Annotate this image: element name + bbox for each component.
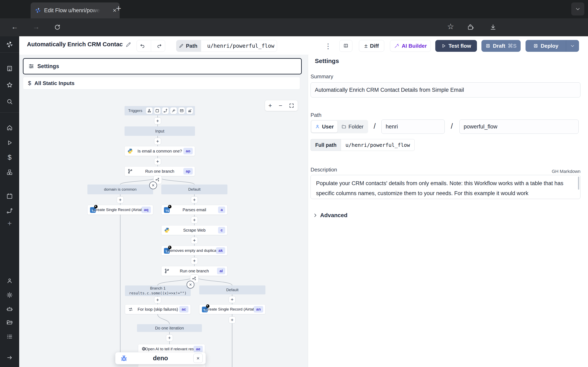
zoom-in-button[interactable]: +: [268, 102, 272, 109]
zoom-out-button[interactable]: −: [279, 102, 282, 109]
sidebar-item-routes[interactable]: [0, 207, 19, 215]
branch-default[interactable]: Default: [161, 184, 227, 194]
sidebar-item-workspace[interactable]: [0, 64, 19, 73]
edit-title-pencil-icon[interactable]: [125, 42, 131, 49]
flow-node-parses-email[interactable]: TS Parses email a: [161, 205, 227, 215]
deno-tooltip-card[interactable]: deno ×: [115, 352, 206, 364]
branch-label: Default: [226, 288, 238, 292]
sidebar-item-users[interactable]: [0, 277, 19, 285]
sidebar-item-variables[interactable]: $: [0, 153, 19, 161]
flow-node-partial[interactable]: [138, 364, 205, 367]
sidebar-item-search[interactable]: [0, 98, 19, 106]
sidebar-item-home[interactable]: [0, 124, 19, 132]
tab-title: Edit Flow u/henri/powerful_flo: [44, 7, 100, 14]
triggers-node[interactable]: Triggers: [125, 106, 195, 115]
insert-step-button[interactable]: +: [154, 158, 161, 165]
insert-step-button[interactable]: +: [229, 317, 236, 323]
advanced-section-toggle[interactable]: Advanced: [313, 212, 347, 218]
extensions-puzzle-icon[interactable]: [467, 24, 474, 32]
ai-builder-button[interactable]: AI Builder: [390, 40, 431, 52]
more-options-kebab-icon[interactable]: ⋮: [325, 42, 332, 50]
summary-input[interactable]: [311, 82, 580, 98]
deploy-dropdown-button[interactable]: [566, 44, 579, 48]
insert-step-button[interactable]: +: [191, 196, 198, 203]
insert-step-button[interactable]: +: [166, 334, 173, 341]
redo-button[interactable]: [153, 40, 165, 52]
docs-book-button[interactable]: [339, 40, 352, 52]
input-node[interactable]: Input: [125, 126, 195, 136]
new-tab-button[interactable]: +: [116, 3, 121, 13]
flow-node-for-loop[interactable]: For loop (skip failures) ac: [125, 304, 191, 314]
folder-toggle-option[interactable]: Folder: [338, 121, 367, 133]
test-flow-button[interactable]: Test flow: [435, 40, 477, 52]
bookmark-star-icon[interactable]: ☆: [447, 22, 454, 31]
branch-domain-is-common[interactable]: domain is common: [87, 184, 153, 194]
flow-node-removes-empty-duplicates[interactable]: TS Removes empty and duplicates ak: [161, 246, 227, 256]
description-scrollbar[interactable]: [578, 176, 579, 190]
forward-icon[interactable]: →: [33, 23, 40, 31]
diff-button[interactable]: ± Diff: [359, 40, 384, 52]
path-name-input[interactable]: [459, 119, 579, 134]
sidebar-item-settings[interactable]: [0, 291, 19, 299]
insert-step-button[interactable]: +: [191, 217, 198, 224]
route-trigger-icon[interactable]: [162, 108, 169, 114]
insert-step-button[interactable]: +: [191, 237, 198, 244]
tooltip-close-button[interactable]: ×: [193, 354, 203, 363]
deploy-button-main[interactable]: Deploy: [526, 43, 566, 49]
branch-label: Branch 1: [150, 286, 165, 291]
flow-title[interactable]: Automatically Enrich CRM Contact: [27, 41, 123, 48]
description-textarea[interactable]: Populate your CRM contacts' details from…: [311, 175, 580, 199]
insert-step-button[interactable]: +: [154, 117, 161, 124]
path-button[interactable]: Path u/henri/powerful_flow: [176, 40, 277, 52]
insert-step-button[interactable]: +: [191, 257, 198, 264]
branch-default-2[interactable]: Default: [199, 285, 265, 294]
insert-step-button[interactable]: +: [154, 296, 161, 303]
sidebar-expand-arrow[interactable]: [0, 354, 19, 362]
user-toggle-option[interactable]: User: [311, 121, 337, 133]
download-icon[interactable]: [490, 24, 497, 32]
sidebar-divider: [0, 112, 19, 113]
browser-tab[interactable]: Edit Flow u/henri/powerful_flo ×: [31, 2, 120, 18]
reload-icon[interactable]: [53, 24, 61, 33]
sidebar-item-resources[interactable]: [0, 168, 19, 176]
email-trigger-icon[interactable]: [178, 108, 185, 114]
sidebar-item-runs[interactable]: [0, 139, 19, 147]
do-one-iteration-node[interactable]: Do one iteration: [137, 324, 202, 332]
node-id-badge: ak: [216, 247, 225, 254]
flow-node-is-email-common[interactable]: Is email a common one? ao: [125, 146, 195, 156]
flow-node-create-record-airtable[interactable]: TS Create Single Record (Airtable) aq: [87, 205, 153, 215]
fit-view-button[interactable]: [289, 103, 294, 108]
webhook-trigger-icon[interactable]: [146, 108, 153, 114]
sidebar-item-add[interactable]: +: [0, 219, 19, 227]
sidebar-item-favorites[interactable]: [0, 81, 19, 89]
static-inputs-label: All Static Inputs: [35, 80, 75, 86]
back-icon[interactable]: ←: [11, 23, 18, 31]
path-owner-input[interactable]: [381, 119, 445, 134]
deploy-button[interactable]: Deploy: [526, 40, 579, 52]
undo-button[interactable]: [137, 40, 148, 52]
websocket-trigger-icon[interactable]: [170, 108, 177, 114]
remove-branch-button[interactable]: ×: [187, 281, 194, 289]
magic-wand-icon: [394, 43, 399, 49]
sidebar-item-schedules[interactable]: [0, 192, 19, 200]
branch-1[interactable]: Branch 1 results.c.some((x)=>x!=""): [125, 285, 191, 296]
all-static-inputs-item[interactable]: $ All Static Inputs: [23, 77, 300, 90]
windmill-logo[interactable]: [0, 40, 19, 49]
sidebar-item-folders[interactable]: [0, 318, 19, 326]
flow-node-run-one-branch[interactable]: Run one branch ap: [125, 166, 195, 176]
sidebar-item-workers[interactable]: [0, 305, 19, 313]
poll-trigger-icon[interactable]: [186, 108, 193, 114]
sidebar-item-logs[interactable]: [0, 333, 19, 341]
schedule-trigger-icon[interactable]: [154, 108, 161, 114]
flow-node-scrape-web[interactable]: Scrape Web c: [161, 225, 227, 235]
node-id-badge: ac: [179, 306, 189, 313]
insert-step-button[interactable]: +: [229, 296, 236, 303]
insert-step-button[interactable]: +: [117, 196, 124, 203]
insert-step-button[interactable]: +: [154, 138, 161, 145]
draft-button[interactable]: Draft ⌘S: [481, 40, 521, 52]
chevron-right-icon: [313, 213, 318, 218]
tab-search-button[interactable]: [571, 2, 584, 16]
remove-branch-button[interactable]: ×: [149, 182, 157, 189]
settings-menu-item[interactable]: Settings: [23, 58, 302, 75]
flow-node-create-record-airtable-2[interactable]: TS Create Single Record (Airtable) an: [199, 304, 265, 314]
